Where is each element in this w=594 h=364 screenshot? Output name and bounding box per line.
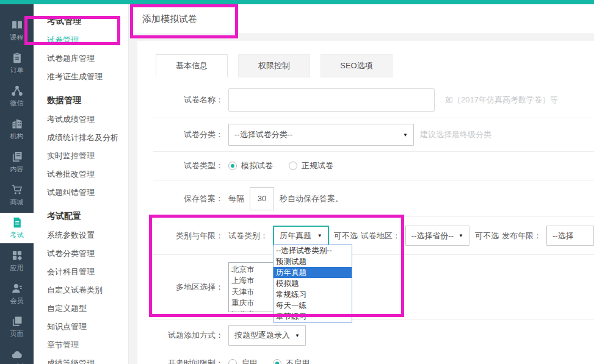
listbox-option[interactable]: 河北省	[231, 309, 273, 312]
multi-region-label: 多地区选择：	[153, 282, 223, 293]
tab-seo-options[interactable]: SEO选项	[321, 54, 393, 77]
row-paper-name: 试卷名称： 如（2017年仿真高考数学卷）等	[153, 82, 594, 118]
sidebar-item-content[interactable]: 内容	[0, 147, 34, 177]
menu-item-system-params[interactable]: 系统参数设置	[34, 226, 128, 244]
content-card: 基本信息 权限控制 SEO选项 试卷名称： 如（2017年仿真高考数学卷）等 试…	[137, 41, 594, 364]
year-value: --选择	[552, 230, 574, 241]
tab-basic-info[interactable]: 基本信息	[156, 54, 228, 77]
paper-category-value: --选择试卷分类--	[234, 129, 292, 140]
row-category-year: 类别与年限： 试卷类别： 历年真题 ▼ --选择试卷类别-- 预测试题 历年真题…	[153, 217, 594, 255]
region-value: --选择省份--	[411, 230, 454, 241]
region-select[interactable]: --选择省份-- ▼	[405, 226, 469, 246]
radio-enable[interactable]: 启用	[228, 358, 257, 364]
share-icon	[11, 85, 23, 97]
menu-header-data-management: 数据管理	[34, 86, 128, 110]
paper-class-value: 历年真题	[280, 230, 311, 241]
row-save-answer: 保存答案： 每隔 秒自动保存答案。	[153, 180, 594, 217]
year-select[interactable]: --选择	[546, 226, 594, 246]
sidebar-item-mall[interactable]: 商城	[0, 180, 34, 210]
save-answer-prefix: 每隔	[228, 193, 244, 204]
book-icon	[11, 19, 23, 31]
radio-label: 启用	[241, 358, 257, 364]
save-interval-input[interactable]	[250, 187, 274, 210]
sidebar-item-wechat[interactable]: 微信	[0, 81, 34, 112]
menu-item-paper-category[interactable]: 试卷分类管理	[34, 244, 128, 263]
menu-item-exam-scores[interactable]: 考试成绩管理	[34, 110, 128, 129]
row-multi-region: 多地区选择： 北京市 上海市 天津市 重庆市 河北省	[153, 255, 594, 319]
sidebar-item-label: 内容	[10, 165, 24, 174]
menu-item-error-correction[interactable]: 试题纠错管理	[34, 184, 128, 202]
menu-item-score-ranking[interactable]: 成绩统计排名及分析	[34, 129, 128, 147]
listbox-option[interactable]: 天津市	[231, 287, 273, 298]
menu-item-question-bank[interactable]: 试卷题库管理	[34, 49, 128, 68]
sidebar-item-pages[interactable]: 页面	[0, 312, 34, 342]
dropdown-option[interactable]: 预测试题	[273, 256, 352, 267]
sidebar-item-apps[interactable]: 应用	[0, 246, 34, 276]
top-accent-bar	[0, 0, 594, 4]
listbox-option[interactable]: 北京市	[231, 264, 273, 276]
sidebar-item-cloud[interactable]: 云服务	[0, 344, 34, 364]
sidebar-item-courses[interactable]: 课程	[0, 15, 34, 46]
tab-permission-control[interactable]: 权限控制	[238, 54, 310, 77]
sidebar-item-organization[interactable]: 机构	[0, 114, 34, 145]
menu-item-realtime-monitor[interactable]: 实时监控管理	[34, 147, 128, 165]
dropdown-option[interactable]: 每天一练	[273, 300, 352, 311]
sidebar-item-label: 微信	[10, 99, 24, 108]
sidebar-item-label: 课程	[10, 33, 24, 42]
paper-name-input[interactable]	[228, 88, 435, 112]
cloud-icon	[11, 348, 23, 360]
chevron-down-icon: ▼	[295, 333, 300, 338]
menu-item-paper-grading[interactable]: 试卷批改管理	[34, 165, 128, 184]
sidebar-item-members[interactable]: 会员	[0, 279, 34, 309]
exam-file-icon	[11, 216, 23, 229]
paper-form: 试卷名称： 如（2017年仿真高考数学卷）等 试卷分类： --选择试卷分类-- …	[153, 82, 594, 364]
paper-category-hint: 建议选择最终级分类	[420, 129, 491, 140]
listbox-option[interactable]: 上海市	[231, 275, 273, 287]
paper-class-select[interactable]: 历年真题 ▼ --选择试卷类别-- 预测试题 历年真题 模拟题 常规练习 每天一…	[273, 226, 329, 246]
paper-type-label: 试卷类型：	[153, 160, 223, 171]
radio-mock-paper[interactable]: 模拟试卷	[228, 160, 273, 171]
dropdown-option[interactable]: --选择试卷类别--	[273, 245, 352, 256]
dropdown-option[interactable]: 章节练习	[273, 311, 352, 322]
radio-formal-paper[interactable]: 正规试卷	[289, 160, 333, 171]
sidebar-item-exam[interactable]: 考试	[0, 213, 34, 243]
menu-item-custom-paper-class[interactable]: 自定义试卷类别	[34, 281, 128, 299]
member-icon	[11, 282, 23, 294]
pages-icon	[11, 315, 23, 327]
menu-item-admission-ticket[interactable]: 准考证生成管理	[34, 68, 128, 86]
menu-item-knowledge-points[interactable]: 知识点管理	[34, 318, 128, 336]
row-paper-category: 试卷分类： --选择试卷分类-- ▼ 建议选择最终级分类	[153, 118, 594, 152]
tab-bar: 基本信息 权限控制 SEO选项	[156, 54, 594, 77]
save-answer-label: 保存答案：	[153, 193, 223, 204]
row-add-mode: 试题添加方式： 按题型逐题录入 ▼	[153, 319, 594, 351]
radio-disable[interactable]: 不启用	[273, 358, 310, 364]
sidebar-item-label: 页面	[10, 329, 24, 338]
radio-label: 模拟试卷	[241, 160, 273, 171]
menu-item-paper-management[interactable]: 试卷管理	[34, 31, 128, 49]
dropdown-option[interactable]: 模拟题	[273, 278, 352, 289]
paper-category-select[interactable]: --选择试卷分类-- ▼	[228, 124, 414, 146]
year-label: 发布年限：	[502, 230, 541, 241]
row-paper-type: 试卷类型： 模拟试卷 正规试卷	[153, 152, 594, 180]
dropdown-option[interactable]: 常规练习	[273, 289, 352, 300]
sidebar-item-label: 订单	[10, 66, 24, 75]
menu-item-grade-levels[interactable]: 成绩等级管理	[34, 354, 128, 364]
listbox-option[interactable]: 重庆市	[231, 298, 273, 309]
sidebar-item-label: 机构	[10, 132, 24, 141]
paper-class-label: 试卷类别：	[228, 230, 268, 241]
sidebar-item-orders[interactable]: 订单	[0, 48, 34, 79]
add-mode-select[interactable]: 按题型逐题录入 ▼	[228, 325, 306, 346]
clipboard-icon	[11, 52, 23, 64]
multi-region-listbox[interactable]: 北京市 上海市 天津市 重庆市 河北省	[228, 262, 273, 312]
dropdown-option-selected[interactable]: 历年真题	[273, 267, 352, 278]
menu-item-accounting-subjects[interactable]: 会计科目管理	[34, 263, 128, 281]
menu-item-chapters[interactable]: 章节管理	[34, 336, 128, 354]
category-year-label: 类别与年限：	[153, 230, 223, 241]
documents-icon	[11, 151, 23, 163]
building-icon	[11, 118, 23, 130]
radio-label: 正规试卷	[302, 160, 333, 171]
radio-label: 不启用	[286, 358, 310, 364]
sidebar-item-label: 考试	[10, 230, 24, 240]
chevron-down-icon: ▼	[317, 233, 322, 238]
menu-item-custom-question-type[interactable]: 自定义题型	[34, 299, 128, 318]
